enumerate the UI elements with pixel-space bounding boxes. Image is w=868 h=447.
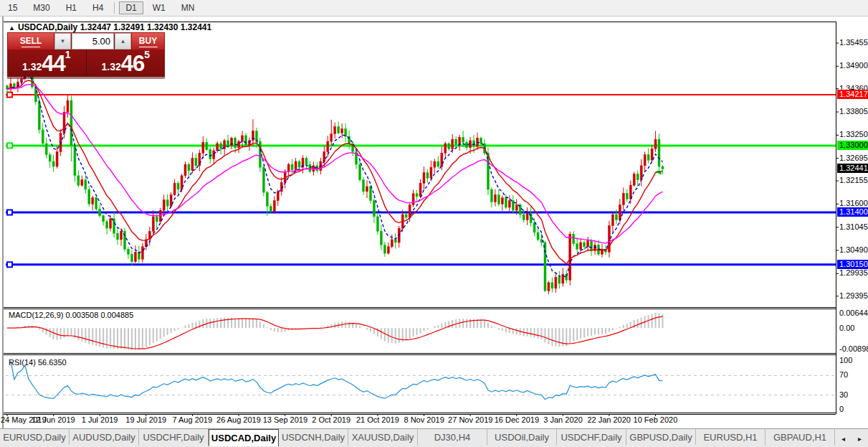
candlestick	[85, 180, 87, 189]
price-line-badge: 1.33000	[837, 141, 868, 150]
spin-down-icon: ▼	[60, 38, 66, 44]
candlestick	[170, 195, 172, 207]
collapse-icon[interactable]: ▲	[9, 24, 15, 32]
candlestick	[163, 200, 165, 211]
mt4-terminal: 15M30H1H4D1W1MN ▲USDCAD,Daily 1.32447 1.…	[0, 0, 868, 447]
candlestick	[644, 155, 646, 166]
chart-tab-usdcnh-daily[interactable]: USDCNH,Daily	[279, 429, 348, 445]
price-axis-label: 1.32155	[839, 176, 868, 184]
candlestick	[647, 155, 649, 161]
sell-button[interactable]: SELL	[8, 33, 54, 50]
one-click-trading-panel: SELL ▼ 5.00 ▲ BUY 1.32441 1.32465	[7, 32, 165, 77]
candlestick	[127, 249, 129, 254]
candlestick	[611, 215, 614, 226]
candlestick	[359, 164, 361, 180]
candlestick	[480, 138, 482, 143]
candlestick	[341, 129, 343, 133]
candlestick	[633, 174, 635, 185]
candlestick	[92, 198, 94, 204]
candlestick	[462, 137, 464, 142]
candlestick	[505, 198, 507, 207]
low-value: 1.32430	[147, 22, 178, 32]
candlestick	[387, 247, 389, 253]
chart-tab-audusd-daily[interactable]: AUDUSD,Daily	[70, 429, 139, 445]
line-anchor-handle[interactable]	[7, 93, 12, 98]
price-line-badge: 1.34217	[837, 90, 868, 99]
buy-button[interactable]: BUY	[132, 33, 164, 50]
chart-tab-usdoil-daily[interactable]: USDOil,Daily	[487, 429, 557, 445]
candlestick	[437, 161, 439, 166]
chart-tab-eurusd-daily[interactable]: EURUSD,Daily	[0, 429, 70, 445]
tab-scroll-left-icon[interactable]: ◂	[841, 435, 845, 443]
chart-tab-dj30-h4[interactable]: DJ30,H4	[418, 429, 487, 445]
candlestick	[338, 127, 340, 133]
candlestick	[70, 100, 72, 146]
candlestick	[95, 198, 97, 210]
volume-increase-button[interactable]: ▲	[115, 33, 131, 50]
candlestick	[383, 245, 386, 253]
candlestick	[13, 84, 15, 88]
candlestick	[373, 201, 375, 217]
volume-input[interactable]: 5.00	[72, 33, 114, 50]
candlestick	[391, 240, 393, 247]
chart-tab-gbpaud-h1[interactable]: GBPAUD,H1	[766, 429, 835, 445]
chart-tab-xauusd-daily[interactable]: XAUUSD,Daily	[348, 429, 418, 445]
ask-price-display[interactable]: 1.32465	[87, 50, 166, 76]
line-anchor-handle[interactable]	[7, 210, 12, 215]
candlestick	[238, 141, 240, 148]
candlestick	[298, 161, 300, 167]
date-axis-label: 3 Jan 2020	[543, 415, 582, 424]
line-anchor-handle[interactable]	[7, 262, 12, 267]
candlestick	[220, 143, 222, 149]
price-axis-label: 1.35455	[839, 38, 868, 47]
macd-scale-max: 0.006448	[839, 309, 868, 317]
candlestick	[515, 205, 518, 211]
bid-price-display[interactable]: 1.32441	[7, 50, 86, 76]
candlestick	[376, 217, 378, 231]
candlestick	[615, 215, 617, 220]
price-axis-label: 1.33805	[839, 107, 868, 116]
chart-tab-usdcad-daily[interactable]: USDCAD,Daily	[209, 429, 279, 446]
price-axis-label: 1.31045	[839, 222, 868, 231]
candlestick	[99, 209, 101, 215]
candlestick	[67, 100, 69, 112]
candlestick	[569, 234, 571, 280]
date-axis-label: 22 Jan 2020	[587, 415, 631, 424]
candlestick	[134, 252, 136, 261]
candlestick	[508, 201, 510, 207]
price-line-badge: 1.30150	[837, 260, 868, 269]
rsi-scale-0: 0	[839, 405, 844, 413]
macd-scale-zero: 0.00	[839, 324, 854, 332]
candlestick	[576, 244, 578, 250]
candlestick	[394, 240, 396, 243]
rsi-indicator-label: RSI(14) 56.6350	[9, 358, 67, 367]
candlestick	[34, 87, 37, 101]
chart-tab-eurusd-h1[interactable]: EURUSD,H1	[696, 429, 766, 445]
candlestick	[188, 164, 190, 171]
chart-tab-bar: EURUSD,DailyAUDUSD,DailyUSDCHF,DailyUSDC…	[0, 428, 868, 447]
candlestick	[490, 189, 492, 202]
tab-scroll-right-icon[interactable]: ▸	[858, 435, 862, 443]
price-line-badge: 1.32441	[837, 164, 868, 173]
chart-tab-usdchf-daily[interactable]: USDCHF,Daily	[557, 429, 626, 445]
candlestick	[244, 136, 247, 146]
candlestick	[658, 139, 660, 166]
candlestick	[587, 241, 589, 247]
chart-tab-gbpusd-daily[interactable]: GBPUSD,Daily	[626, 429, 696, 445]
candlestick	[452, 139, 454, 149]
candlestick	[117, 233, 119, 240]
price-axis-label: 1.33250	[839, 130, 868, 138]
candlestick	[459, 137, 461, 144]
price-axis-label: 1.31600	[839, 199, 868, 207]
date-axis-label: 7 Aug 2019	[172, 415, 212, 424]
candlestick	[81, 180, 83, 186]
candlestick	[295, 161, 297, 170]
candlestick	[526, 213, 528, 220]
line-anchor-handle[interactable]	[7, 143, 12, 148]
chart-tab-usdchf-daily[interactable]: USDCHF,Daily	[139, 429, 209, 445]
candlestick	[120, 231, 123, 240]
chart-ohlc-header: ▲USDCAD,Daily 1.32447 1.32491 1.32430 1.…	[9, 22, 211, 32]
candlestick	[42, 130, 44, 143]
volume-decrease-button[interactable]: ▼	[54, 33, 71, 50]
candlestick	[497, 195, 500, 204]
